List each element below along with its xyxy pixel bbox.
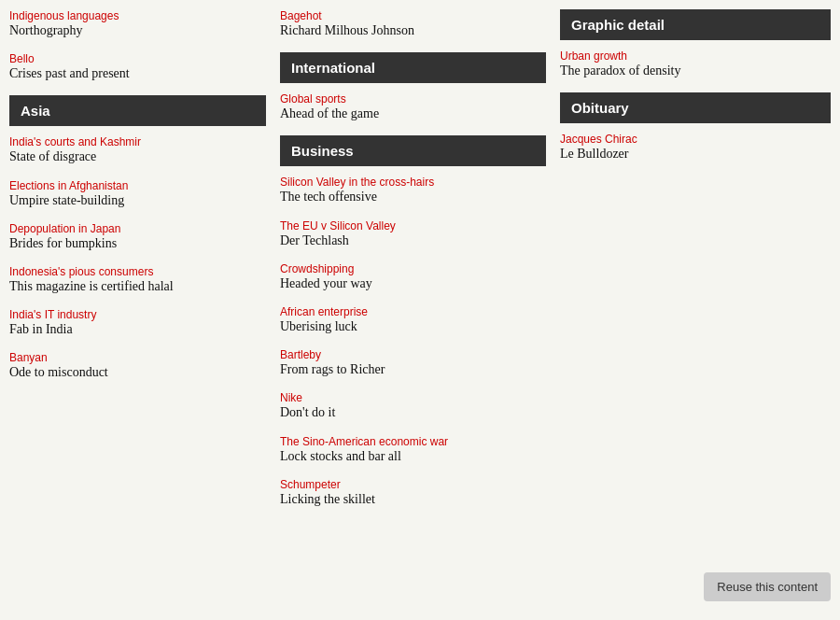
page-container: Indigenous languages Northography Bello … — [0, 0, 840, 620]
article-title[interactable]: From rags to Richer — [280, 361, 546, 378]
article-category[interactable]: Indigenous languages — [9, 9, 266, 22]
article-group: Silicon Valley in the cross-hairs The te… — [280, 176, 546, 205]
article-category[interactable]: Urban growth — [560, 49, 831, 63]
article-category[interactable]: Indonesia's pious consumers — [9, 265, 266, 278]
article-category[interactable]: India's IT industry — [9, 308, 266, 321]
article-title[interactable]: Lock stocks and bar all — [280, 448, 546, 465]
article-group: Indonesia's pious consumers This magazin… — [9, 265, 266, 295]
article-title[interactable]: Ahead of the game — [280, 106, 546, 122]
article-group-indigenous: Indigenous languages Northography — [9, 9, 266, 39]
section-header-business: Business — [280, 135, 546, 166]
article-title[interactable]: Northography — [9, 22, 266, 39]
left-column: Indigenous languages Northography Bello … — [9, 9, 280, 611]
article-group: Crowdshipping Headed your way — [280, 262, 546, 292]
article-title[interactable]: Licking the skillet — [280, 491, 546, 508]
article-category[interactable]: Depopulation in Japan — [9, 222, 266, 235]
article-title[interactable]: The tech offensive — [280, 189, 546, 205]
article-title[interactable]: This magazine is certified halal — [9, 278, 266, 295]
middle-column: Bagehot Richard Milhous Johnson Internat… — [280, 9, 560, 611]
article-category[interactable]: Elections in Afghanistan — [9, 179, 266, 192]
article-group: Nike Don't do it — [280, 391, 546, 421]
article-category[interactable]: The EU v Silicon Valley — [280, 219, 546, 232]
article-title[interactable]: Uberising luck — [280, 318, 546, 335]
article-group: Depopulation in Japan Brides for bumpkin… — [9, 222, 266, 252]
article-category[interactable]: Nike — [280, 391, 546, 404]
article-group-bagehot: Bagehot Richard Milhous Johnson — [280, 9, 546, 39]
article-title[interactable]: Headed your way — [280, 275, 546, 292]
article-group: India's IT industry Fab in India — [9, 308, 266, 338]
article-group: Banyan Ode to misconduct — [9, 351, 266, 381]
article-category[interactable]: Crowdshipping — [280, 262, 546, 275]
section-header-asia: Asia — [9, 95, 266, 126]
article-group: The EU v Silicon Valley Der Techlash — [280, 219, 546, 249]
section-header-obituary: Obituary — [560, 92, 831, 123]
article-title[interactable]: Fab in India — [9, 321, 266, 338]
article-group: Urban growth The paradox of density — [560, 49, 831, 79]
article-group: The Sino-American economic war Lock stoc… — [280, 435, 546, 465]
article-title[interactable]: Brides for bumpkins — [9, 235, 266, 252]
article-title[interactable]: Don't do it — [280, 404, 546, 421]
reuse-content-button[interactable]: Reuse this content — [704, 572, 831, 601]
article-category[interactable]: Jacques Chirac — [560, 133, 831, 146]
article-group: Schumpeter Licking the skillet — [280, 478, 546, 508]
article-category[interactable]: Global sports — [280, 92, 546, 106]
article-category[interactable]: Schumpeter — [280, 478, 546, 491]
article-group: Bartleby From rags to Richer — [280, 348, 546, 378]
article-category[interactable]: India's courts and Kashmir — [9, 135, 266, 148]
article-group: Global sports Ahead of the game — [280, 92, 546, 122]
article-title[interactable]: State of disgrace — [9, 148, 266, 165]
right-column: Graphic detail Urban growth The paradox … — [560, 9, 831, 611]
article-group: Elections in Afghanistan Umpire state-bu… — [9, 179, 266, 209]
article-category[interactable]: African enterprise — [280, 305, 546, 318]
article-title[interactable]: Ode to misconduct — [9, 364, 266, 381]
article-group: African enterprise Uberising luck — [280, 305, 546, 335]
article-group-bello: Bello Crises past and present — [9, 52, 266, 82]
article-category[interactable]: Silicon Valley in the cross-hairs — [280, 176, 546, 189]
article-title[interactable]: Richard Milhous Johnson — [280, 22, 546, 39]
section-header-graphic-detail: Graphic detail — [560, 9, 831, 40]
article-category[interactable]: Bello — [9, 52, 266, 65]
article-group: Jacques Chirac Le Bulldozer — [560, 133, 831, 162]
article-group: India's courts and Kashmir State of disg… — [9, 135, 266, 165]
article-title[interactable]: Le Bulldozer — [560, 146, 831, 162]
article-category[interactable]: Bartleby — [280, 348, 546, 361]
article-category[interactable]: Banyan — [9, 351, 266, 364]
section-header-international: International — [280, 52, 546, 83]
article-category[interactable]: The Sino-American economic war — [280, 435, 546, 448]
article-title[interactable]: Der Techlash — [280, 232, 546, 249]
article-title[interactable]: Umpire state-building — [9, 192, 266, 209]
article-title[interactable]: Crises past and present — [9, 65, 266, 82]
article-title[interactable]: The paradox of density — [560, 63, 831, 79]
article-category[interactable]: Bagehot — [280, 9, 546, 22]
